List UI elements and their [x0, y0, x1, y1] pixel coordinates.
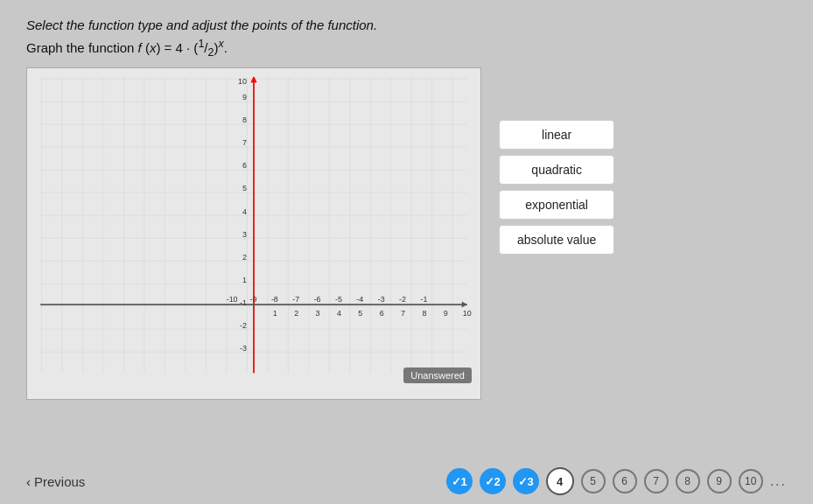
more-questions-dots: ...	[770, 473, 787, 489]
q2-label: 2	[494, 475, 501, 488]
q9-label: 9	[716, 475, 722, 487]
svg-text:1: 1	[242, 276, 247, 284]
svg-text:-9: -9	[250, 295, 257, 304]
q6-label: 6	[621, 475, 627, 487]
svg-text:3: 3	[242, 230, 247, 239]
svg-text:8: 8	[422, 309, 426, 318]
question-2[interactable]: ✓ 2	[480, 468, 506, 494]
main-container: Select the function type and adjust the …	[0, 0, 813, 504]
q3-completed: ✓ 3	[513, 468, 539, 494]
question-7[interactable]: 7	[644, 469, 669, 494]
svg-text:5: 5	[242, 184, 247, 192]
checkmark-icon-2: ✓	[485, 475, 494, 488]
function-type-linear[interactable]: linear	[499, 120, 614, 150]
q4-current: 4	[546, 467, 574, 495]
function-type-absolute-value[interactable]: absolute value	[499, 225, 614, 255]
question-3[interactable]: ✓ 3	[513, 468, 539, 494]
svg-text:-1: -1	[240, 298, 247, 307]
svg-text:-4: -4	[356, 295, 363, 304]
svg-text:10: 10	[463, 309, 472, 318]
function-types-panel: linear quadratic exponential absolute va…	[499, 120, 614, 255]
svg-text:-3: -3	[240, 344, 247, 353]
bottom-bar: ‹ Previous ✓ 1 ✓ 2 ✓	[26, 467, 787, 495]
checkmark-icon-3: ✓	[518, 475, 528, 488]
svg-text:2: 2	[242, 253, 247, 262]
svg-text:9: 9	[242, 93, 247, 102]
question-8[interactable]: 8	[676, 469, 700, 494]
svg-text:-5: -5	[335, 295, 342, 304]
q10-empty: 10	[739, 469, 763, 494]
question-5[interactable]: 5	[581, 469, 606, 494]
svg-text:-1: -1	[420, 295, 427, 304]
previous-label: Previous	[34, 474, 85, 489]
svg-text:7: 7	[401, 309, 405, 318]
svg-text:-2: -2	[399, 295, 406, 304]
svg-text:3: 3	[316, 309, 320, 318]
svg-text:-6: -6	[314, 295, 321, 304]
unanswered-badge: Unanswered	[403, 368, 472, 383]
q10-label: 10	[745, 475, 756, 487]
question-numbers: ✓ 1 ✓ 2 ✓ 3 4	[446, 467, 787, 495]
function-label: Graph the function f (x) = 4 · (1/2)x.	[26, 38, 787, 59]
q7-label: 7	[653, 475, 659, 487]
question-4[interactable]: 4	[546, 467, 574, 495]
q5-label: 5	[590, 475, 596, 487]
q3-label: 3	[528, 475, 534, 488]
previous-button[interactable]: ‹ Previous	[26, 474, 85, 489]
svg-text:-7: -7	[292, 295, 299, 304]
q2-completed: ✓ 2	[480, 468, 506, 494]
svg-text:4: 4	[337, 309, 341, 318]
q6-empty: 6	[613, 469, 637, 494]
chevron-left-icon: ‹	[26, 474, 31, 489]
q1-completed: ✓ 1	[446, 468, 473, 494]
instructions-text: Select the function type and adjust the …	[26, 18, 787, 32]
svg-text:6: 6	[242, 161, 247, 170]
q4-label: 4	[557, 475, 563, 488]
function-label-text: Graph the function f (x) = 4 · (1/2)x.	[26, 40, 228, 55]
svg-text:8: 8	[242, 116, 247, 124]
svg-text:6: 6	[380, 309, 384, 318]
question-6[interactable]: 6	[613, 469, 637, 494]
q9-empty: 9	[707, 469, 732, 494]
question-9[interactable]: 9	[707, 469, 732, 494]
q1-label: 1	[461, 475, 467, 488]
svg-text:-8: -8	[271, 295, 278, 304]
graph-area[interactable]: -10 -9 -8 -7 -6 -5 -4 -3 -2 -1 1 2 3 4 5…	[26, 67, 481, 400]
q8-label: 8	[684, 475, 690, 487]
svg-text:-3: -3	[378, 295, 385, 304]
q5-empty: 5	[581, 469, 606, 494]
svg-text:4: 4	[242, 207, 247, 216]
q8-empty: 8	[676, 469, 700, 494]
svg-text:2: 2	[294, 309, 298, 318]
checkmark-icon-1: ✓	[452, 475, 461, 488]
svg-text:9: 9	[444, 309, 448, 318]
svg-text:1: 1	[273, 309, 277, 318]
q7-empty: 7	[644, 469, 669, 494]
svg-text:5: 5	[358, 309, 362, 318]
graph-svg: -10 -9 -8 -7 -6 -5 -4 -3 -2 -1 1 2 3 4 5…	[27, 68, 480, 399]
svg-text:-10: -10	[227, 295, 238, 304]
svg-text:-2: -2	[240, 321, 247, 330]
content-row: -10 -9 -8 -7 -6 -5 -4 -3 -2 -1 1 2 3 4 5…	[26, 67, 787, 460]
function-type-quadratic[interactable]: quadratic	[499, 155, 614, 185]
svg-text:7: 7	[242, 138, 247, 147]
question-10[interactable]: 10	[739, 469, 763, 494]
question-1[interactable]: ✓ 1	[446, 468, 473, 494]
svg-text:10: 10	[238, 77, 247, 86]
function-type-exponential[interactable]: exponential	[499, 190, 614, 220]
